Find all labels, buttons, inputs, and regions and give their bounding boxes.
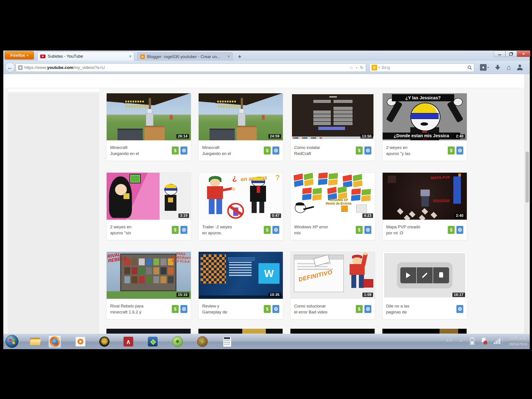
- taskbar-game-icon[interactable]: [98, 335, 111, 348]
- site-identity-icon[interactable]: [18, 65, 23, 70]
- bookmark-star-icon[interactable]: ☆: [349, 65, 353, 70]
- video-title[interactable]: Trailer -2 weyesen apuros.: [202, 224, 262, 236]
- video-card[interactable]: DEFINITIVO1:08Como solucionarel error Ba…: [290, 252, 375, 319]
- taskbar-sims-brown-icon[interactable]: [196, 335, 209, 348]
- video-title[interactable]: Mapa PVP creadopor mi :D: [386, 224, 446, 236]
- video-card[interactable]: 16:17Dile no a laspaginas de: [382, 252, 467, 319]
- search-engine-icon[interactable]: b: [372, 65, 377, 70]
- action-center-icon[interactable]: [481, 338, 487, 344]
- visibility-badge[interactable]: [272, 146, 279, 154]
- battery-icon[interactable]: [470, 338, 474, 345]
- visibility-badge[interactable]: [364, 226, 371, 234]
- monetization-badge[interactable]: $: [356, 305, 363, 313]
- video-thumbnail[interactable]: MAPA PVPROGE5302:40: [383, 173, 467, 220]
- history-dropdown-icon[interactable]: ▾: [356, 66, 358, 69]
- video-thumbnail[interactable]: RIVAL REBELSPARA MINECRAFT 1.6.2 V1.0.A1…: [107, 252, 191, 299]
- video-thumbnail[interactable]: ¿Y las Jessicas?¿Donde estan mis Jessica…: [383, 93, 467, 140]
- video-title[interactable]: Como instalarRedCraft: [294, 145, 354, 157]
- video-card[interactable]: RIVAL REBELSPARA MINECRAFT 1.6.2 V1.0.A1…: [106, 252, 191, 319]
- visibility-badge[interactable]: [180, 226, 187, 234]
- video-thumbnail[interactable]: 26:14: [107, 93, 191, 140]
- language-indicator[interactable]: ES: [447, 339, 452, 343]
- video-card[interactable]: ¿Y las Jessicas?¿Donde estan mis Jessica…: [382, 93, 467, 161]
- restore-button[interactable]: [505, 51, 517, 57]
- delete-button[interactable]: [433, 267, 449, 283]
- monetization-badge[interactable]: $: [172, 226, 179, 234]
- monetization-badge[interactable]: $: [264, 305, 271, 313]
- visibility-badge[interactable]: [364, 146, 371, 154]
- video-title[interactable]: 2 weyes enapuros "y las: [386, 145, 446, 157]
- video-title[interactable]: MinecraftJuegando en el: [202, 145, 262, 157]
- tab-subidas-youtube[interactable]: Subidas - YouTube ×: [37, 52, 134, 61]
- account-person-icon[interactable]: [517, 64, 523, 70]
- taskbar-explorer-icon[interactable]: [29, 335, 42, 348]
- taskbar-clock[interactable]: 11:05 a.m. 18/04/2014: [505, 336, 530, 347]
- visibility-badge[interactable]: [456, 146, 463, 154]
- video-card[interactable]: 26:14MinecraftJuegando en el$: [106, 93, 191, 161]
- hidden-icons-button[interactable]: ▴: [460, 339, 462, 342]
- visibility-badge[interactable]: [272, 226, 279, 234]
- taskbar-adobe-reader-icon[interactable]: ∧: [122, 335, 135, 348]
- visibility-badge[interactable]: [180, 305, 187, 313]
- home-icon[interactable]: ⌂: [507, 64, 511, 71]
- search-icon[interactable]: [467, 65, 472, 70]
- video-title[interactable]: Windows XP errormix: [294, 224, 354, 236]
- scrollbar[interactable]: [525, 74, 530, 334]
- video-title[interactable]: Rival Rebels paraminecraft 1.6.2 y: [110, 303, 170, 315]
- video-thumbnail-partial[interactable]: [198, 329, 283, 334]
- taskbar-sims-blue-icon[interactable]: [146, 335, 159, 348]
- search-bar[interactable]: b ▾: [369, 63, 474, 72]
- taskbar-firefox-icon[interactable]: [48, 335, 61, 348]
- visibility-badge[interactable]: [456, 305, 463, 313]
- tab-blogger[interactable]: B Blogger: roge530 youtuber - Crear un..…: [137, 52, 233, 61]
- url-text[interactable]: https://www.youtube.com/my_videos?o=U: [24, 65, 348, 70]
- close-icon[interactable]: ×: [228, 54, 230, 59]
- search-engine-dropdown-icon[interactable]: ▾: [379, 66, 380, 69]
- video-title[interactable]: 2 weyes enapuros "sin: [110, 224, 170, 236]
- url-bar[interactable]: https://www.youtube.com/my_videos?o=U ☆ …: [16, 63, 366, 72]
- taskbar-calculator-icon[interactable]: [221, 335, 234, 348]
- taskbar-media-player-icon[interactable]: [74, 335, 87, 348]
- video-thumbnail[interactable]: DEFINITIVO1:08: [291, 252, 375, 299]
- video-card[interactable]: 3:192 weyes enapuros "sin$: [106, 172, 191, 240]
- monetization-badge[interactable]: $: [172, 305, 179, 313]
- visibility-badge[interactable]: [272, 305, 279, 313]
- new-tab-button[interactable]: +: [236, 53, 244, 60]
- bookmarks-dropdown-icon[interactable]: ▾: [488, 66, 489, 69]
- reload-icon[interactable]: ↻: [360, 65, 364, 70]
- video-thumbnail[interactable]: 3:19: [107, 173, 191, 220]
- taskbar-sims-green-icon[interactable]: [171, 335, 184, 348]
- monetization-badge[interactable]: $: [264, 226, 271, 234]
- video-thumbnail[interactable]: Windows XP Remix de Errores4:23: [291, 173, 375, 220]
- video-thumbnail[interactable]: 24:59: [199, 93, 283, 140]
- video-card[interactable]: W10:35Review yGameplay de$: [198, 252, 283, 319]
- video-title[interactable]: Dile no a laspaginas de: [386, 303, 455, 315]
- scrollbar-thumb[interactable]: [526, 152, 529, 203]
- edit-button[interactable]: [417, 267, 433, 283]
- visibility-badge[interactable]: [180, 146, 187, 154]
- video-card[interactable]: Windows XP Remix de Errores4:23Windows X…: [290, 172, 375, 240]
- visibility-badge[interactable]: [364, 305, 371, 313]
- monetization-badge[interactable]: $: [264, 146, 271, 154]
- downloads-icon[interactable]: [495, 65, 500, 70]
- firefox-menu-button[interactable]: Firefox ▾: [5, 51, 34, 59]
- search-input[interactable]: [381, 65, 466, 70]
- video-thumbnail[interactable]: W10:35: [199, 252, 283, 299]
- video-title[interactable]: Review yGameplay de: [202, 303, 262, 315]
- bookmarks-menu-icon[interactable]: ★: [480, 64, 487, 71]
- monetization-badge[interactable]: $: [356, 146, 363, 154]
- play-button[interactable]: [400, 267, 417, 283]
- video-title[interactable]: MinecraftJuegando en el: [110, 145, 170, 157]
- close-button[interactable]: ×: [517, 51, 530, 57]
- monetization-badge[interactable]: $: [356, 226, 363, 234]
- visibility-badge[interactable]: [456, 226, 463, 234]
- video-thumbnail[interactable]: 13:50: [291, 93, 375, 140]
- video-title[interactable]: Como solucionarel error Bad video: [294, 303, 354, 315]
- monetization-badge[interactable]: $: [448, 226, 455, 234]
- video-thumbnail[interactable]: 16:17: [383, 252, 467, 299]
- video-card[interactable]: 24:59MinecraftJuegando en el$: [198, 93, 283, 161]
- minimize-button[interactable]: [494, 51, 505, 57]
- video-card[interactable]: MAPA PVPROGE5302:40Mapa PVP creadopor mi…: [382, 172, 467, 240]
- network-signal-icon[interactable]: [494, 338, 500, 344]
- video-card[interactable]: 13:50Como instalarRedCraft$: [290, 93, 375, 161]
